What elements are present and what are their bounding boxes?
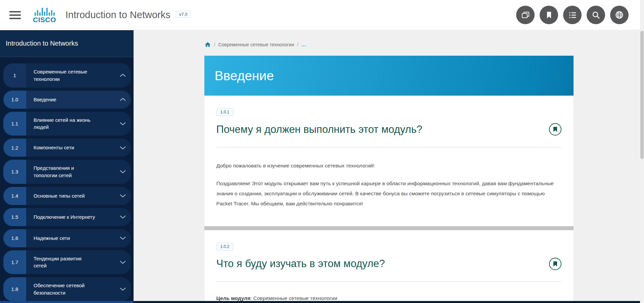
chevron-down-icon <box>115 250 131 274</box>
item-number: 1.3 <box>3 160 26 184</box>
chevron-up-icon <box>115 63 131 88</box>
sidebar-header: Introduction to Networks <box>0 30 134 57</box>
cisco-logo[interactable]: CISCO <box>33 7 56 23</box>
chevron-down-icon <box>115 112 131 136</box>
chevron-down-icon <box>115 277 131 301</box>
section-badge: 1.0.2 <box>216 243 234 251</box>
sidebar-course-title: Introduction to Networks <box>6 40 78 47</box>
cisco-logo-bars-icon <box>35 7 55 16</box>
breadcrumb: / Современные сетевые технологии / ... <box>204 41 574 48</box>
header-icon-group <box>516 6 629 24</box>
item-label: Основные типы сетей <box>26 187 97 205</box>
list-icon[interactable] <box>563 6 582 24</box>
page-scrollbar[interactable] <box>640 0 644 303</box>
sidebar-item-1[interactable]: 1 Современные сетевые технологии <box>3 63 131 88</box>
paragraph: Добро пожаловать в изучение современных … <box>216 161 561 171</box>
version-badge: v7.0 <box>176 11 191 18</box>
sidebar-nav-list: 1 Современные сетевые технологии 1.0 Вве… <box>0 57 134 301</box>
sidebar-item-1.3[interactable]: 1.3 Представления и топологии сетей <box>3 160 131 184</box>
search-icon[interactable] <box>587 6 605 24</box>
sidebar-item-1.5[interactable]: 1.5 Подключение к Интернету <box>3 208 131 226</box>
sidebar-item-1.1[interactable]: 1.1 Влияние сетей на жизнь людей <box>3 112 131 136</box>
paragraph: Поздравляем! Этот модуль открывает вам п… <box>216 179 561 209</box>
chevron-down-icon <box>115 208 131 226</box>
item-label: Обеспечение сетевой безопасности <box>26 277 97 301</box>
item-number: 1.1 <box>3 112 26 136</box>
sidebar-item-1.2[interactable]: 1.2 Компоненты сети <box>3 139 131 157</box>
chevron-down-icon <box>115 229 131 247</box>
bottom-edge-content-segment <box>134 301 644 303</box>
item-number: 1.2 <box>3 139 26 157</box>
course-sidebar: Introduction to Networks 1 Современные с… <box>0 30 134 301</box>
item-label: Подключение к Интернету <box>26 208 97 226</box>
item-label: Современные сетевые технологии <box>26 63 97 88</box>
section-divider-line <box>216 147 561 147</box>
module-goal: Цель модуля: Современные сетевые техноло… <box>216 295 561 301</box>
item-label: Компоненты сети <box>26 139 97 157</box>
item-label: Влияние сетей на жизнь людей <box>26 112 97 136</box>
breadcrumb-ellipsis-link[interactable]: ... <box>301 42 306 47</box>
item-number: 1 <box>3 63 26 88</box>
breadcrumb-module-link[interactable]: Современные сетевые технологии <box>218 42 294 47</box>
bottom-edge-bar <box>0 301 644 303</box>
sidebar-item-1.7[interactable]: 1.7 Тенденции развития сетей <box>3 250 131 274</box>
item-label: Надежные сети <box>26 229 97 247</box>
hamburger-menu-icon[interactable] <box>9 11 21 19</box>
chevron-down-icon <box>115 160 131 184</box>
sidebar-item-1.0[interactable]: 1.0 Введение <box>3 91 131 109</box>
section-badge: 1.0.1 <box>216 108 234 116</box>
bookmark-section-button[interactable] <box>549 258 561 270</box>
home-icon[interactable] <box>204 41 211 48</box>
globe-icon[interactable] <box>610 6 629 24</box>
chevron-down-icon <box>115 139 131 157</box>
chevron-down-icon <box>115 187 131 205</box>
bookmark-icon[interactable] <box>540 6 558 24</box>
section-1.0.2: 1.0.2 Что я буду изучать в этом модуле? … <box>204 230 574 301</box>
item-number: 1.5 <box>3 208 26 226</box>
app-header: CISCO Introduction to Networks v7.0 <box>0 0 644 30</box>
sidebar-item-1.4[interactable]: 1.4 Основные типы сетей <box>3 187 131 205</box>
item-label: Тенденции развития сетей <box>26 250 97 274</box>
section-heading: Почему я должен выполнить этот модуль? <box>216 123 423 136</box>
breadcrumb-separator: / <box>214 42 215 47</box>
goal-text: : Современные сетевые технологии <box>250 295 337 301</box>
item-number: 1.4 <box>3 187 26 205</box>
course-title: Introduction to Networks <box>65 9 170 20</box>
sidebar-item-1.8[interactable]: 1.8 Обеспечение сетевой безопасности <box>3 277 131 301</box>
goal-label: Цель модуля <box>216 295 251 301</box>
item-number: 1.0 <box>3 91 26 109</box>
module-banner: Введение <box>204 56 574 96</box>
section-heading: Что я буду изучать в этом модуле? <box>216 258 385 270</box>
scrollbar-thumb[interactable] <box>640 31 644 159</box>
item-number: 1.6 <box>3 229 26 247</box>
section-separator-bar <box>204 226 574 230</box>
section-divider-line <box>216 282 561 282</box>
content-card: Введение 1.0.1 Почему я должен выполнить… <box>204 56 574 301</box>
chevron-up-icon <box>115 91 131 109</box>
main-content-area: / Современные сетевые технологии / ... В… <box>134 30 644 301</box>
item-label: Представления и топологии сетей <box>26 160 97 184</box>
banner-title: Введение <box>215 68 274 83</box>
item-number: 1.8 <box>3 277 26 301</box>
cisco-logo-text: CISCO <box>33 16 56 23</box>
section-1.0.1: 1.0.1 Почему я должен выполнить этот мод… <box>204 96 574 226</box>
item-number: 1.7 <box>3 250 26 274</box>
sidebar-item-1.6[interactable]: 1.6 Надежные сети <box>3 229 131 247</box>
breadcrumb-separator: / <box>297 42 298 47</box>
bottom-edge-sidebar-segment <box>0 301 134 303</box>
item-label: Введение <box>26 91 97 109</box>
bookmark-section-button[interactable] <box>549 123 561 136</box>
pages-icon[interactable] <box>516 6 535 24</box>
